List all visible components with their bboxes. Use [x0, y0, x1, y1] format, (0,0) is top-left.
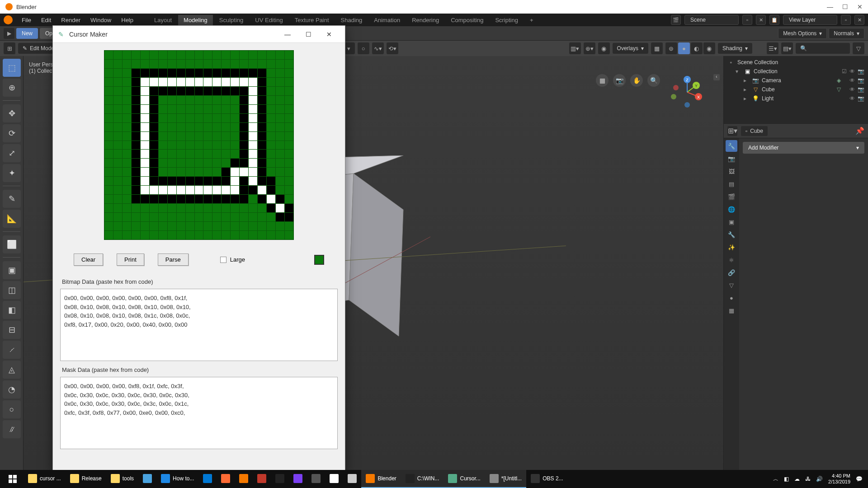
taskbar-item[interactable]: [235, 470, 253, 488]
tool-scale[interactable]: ⤢: [3, 144, 21, 162]
ptab-modifier[interactable]: 🔧: [726, 140, 737, 152]
workspace-layout[interactable]: Layout: [149, 15, 177, 25]
tray-app-icon[interactable]: ◧: [784, 476, 789, 482]
expand-icon[interactable]: ▸: [744, 77, 749, 84]
shading-solid[interactable]: ●: [678, 42, 690, 54]
sidebar-toggle-icon[interactable]: ‹: [713, 74, 720, 80]
ptab-texture[interactable]: ▦: [726, 305, 737, 316]
large-checkbox[interactable]: Large: [220, 256, 245, 263]
shading-wireframe[interactable]: ⊚: [665, 42, 677, 54]
workspace-texturepaint[interactable]: Texture Paint: [289, 15, 335, 25]
dialog-minimize-button[interactable]: —: [277, 27, 298, 42]
expand-icon[interactable]: ▾: [736, 68, 741, 75]
menu-help[interactable]: Help: [117, 15, 138, 25]
view-camera-icon[interactable]: ▦: [596, 74, 609, 87]
proportional-icon[interactable]: ○: [358, 42, 369, 54]
play-icon[interactable]: ▶: [4, 28, 14, 39]
menu-file[interactable]: File: [17, 15, 36, 25]
workspace-scripting[interactable]: Scripting: [490, 15, 524, 25]
view-zoom-icon[interactable]: 🔍: [647, 74, 660, 87]
ptab-output[interactable]: 🖼: [726, 165, 737, 177]
gizmo-dropdown-icon[interactable]: ⊕▾: [584, 42, 595, 54]
taskbar-item[interactable]: [198, 470, 217, 488]
outliner-item-light[interactable]: ▸ 💡 Light 👁📷: [727, 94, 864, 103]
overlays-dropdown[interactable]: Overlays ▾: [613, 43, 648, 54]
mesh-options-dropdown[interactable]: Mesh Options ▾: [778, 28, 827, 39]
view-pan-icon[interactable]: ✋: [630, 74, 643, 87]
tool-move[interactable]: ✥: [3, 104, 21, 122]
taskbar-item[interactable]: *[Untitl...: [485, 470, 526, 488]
print-button[interactable]: Print: [117, 253, 144, 266]
outliner-collection[interactable]: ▾ ▣ Collection ☑👁📷: [727, 67, 864, 76]
ptab-render[interactable]: 📷: [726, 153, 737, 164]
expand-icon[interactable]: ▸: [744, 86, 749, 93]
outliner-search[interactable]: 🔍: [796, 43, 850, 54]
view-camera2-icon[interactable]: 📷: [613, 74, 626, 87]
tray-network-icon[interactable]: 🖧: [805, 476, 811, 482]
menu-window[interactable]: Window: [86, 15, 116, 25]
clear-button[interactable]: Clear: [74, 253, 103, 266]
maximize-button[interactable]: ☐: [842, 3, 848, 10]
pin-icon[interactable]: 📌: [855, 127, 864, 135]
parse-button[interactable]: Parse: [158, 253, 189, 266]
data-icon[interactable]: ◈: [837, 77, 841, 84]
exclude-icon[interactable]: ☑: [842, 68, 847, 75]
taskbar-item[interactable]: [271, 470, 289, 488]
tool-transform[interactable]: ✦: [3, 164, 21, 182]
taskbar-item[interactable]: [138, 470, 156, 488]
render-icon[interactable]: 📷: [858, 95, 864, 102]
render-icon[interactable]: 📷: [858, 77, 864, 84]
navigation-gizmo[interactable]: X Y Z: [669, 74, 705, 110]
view-dropdown-icon[interactable]: ▥▾: [569, 42, 581, 54]
workspace-add[interactable]: +: [524, 15, 539, 25]
workspace-sculpting[interactable]: Sculpting: [214, 15, 249, 25]
dialog-maximize-button[interactable]: ☐: [298, 27, 319, 42]
taskbar-item[interactable]: Cursor...: [443, 470, 485, 488]
render-icon[interactable]: 📷: [858, 68, 864, 75]
visibility-icon[interactable]: 👁: [849, 95, 855, 102]
tool-cursor[interactable]: ⊕: [3, 79, 21, 97]
ptab-physics[interactable]: ⚛: [726, 254, 737, 266]
tool-edgeslide[interactable]: ⫽: [3, 420, 21, 438]
viewlayer-new-button[interactable]: ▫: [841, 15, 851, 25]
normals-dropdown[interactable]: Normals ▾: [829, 28, 864, 39]
new-button[interactable]: New: [16, 28, 38, 39]
scene-name-input[interactable]: Scene: [684, 15, 739, 25]
outliner-item-cube[interactable]: ▸ ▽ Cube ▽ 👁📷: [727, 85, 864, 94]
viewlayer-icon[interactable]: 📋: [769, 15, 779, 25]
render-icon[interactable]: 📷: [858, 86, 864, 93]
taskbar-item[interactable]: OBS 2...: [526, 470, 567, 488]
editor-type-icon[interactable]: ⊞: [4, 42, 15, 54]
start-button[interactable]: [2, 470, 24, 488]
tool-measure[interactable]: 📐: [3, 210, 21, 228]
taskbar-item[interactable]: [343, 470, 361, 488]
checkbox-icon[interactable]: [220, 257, 226, 263]
tool-inset[interactable]: ◫: [3, 281, 21, 299]
ptab-wrench[interactable]: 🔧: [726, 229, 737, 240]
tool-rotate[interactable]: ⟳: [3, 124, 21, 142]
outliner-item-camera[interactable]: ▸ 📷 Camera ◈ 👁📷: [727, 76, 864, 85]
link-icon[interactable]: ⟲▾: [387, 42, 398, 54]
tool-smooth[interactable]: ○: [3, 400, 21, 418]
props-editor-icon[interactable]: ⊞▾: [727, 126, 737, 136]
outliner-filter-icon[interactable]: ▽: [853, 42, 864, 54]
tool-annotate[interactable]: ✎: [3, 190, 21, 208]
ptab-material[interactable]: ●: [726, 292, 737, 304]
bitmap-data-textarea[interactable]: [60, 289, 338, 361]
taskbar-item[interactable]: How to...: [156, 470, 198, 488]
visibility-icon[interactable]: 👁: [849, 77, 855, 84]
taskbar-clock[interactable]: 4:40 PM 2/13/2019: [828, 473, 850, 485]
tool-extrude[interactable]: ▣: [3, 261, 21, 279]
overlays-toggle[interactable]: ◉: [598, 42, 610, 54]
pixel-grid-canvas[interactable]: [104, 50, 294, 240]
add-modifier-button[interactable]: Add Modifier▾: [743, 142, 864, 154]
taskbar-item[interactable]: [307, 470, 325, 488]
outliner-display-icon[interactable]: ▤▾: [781, 42, 793, 54]
taskbar-item[interactable]: tools: [106, 470, 138, 488]
ptab-scene[interactable]: 🎬: [726, 191, 737, 202]
viewlayer-delete-button[interactable]: ✕: [854, 15, 864, 25]
ptab-constraints[interactable]: 🔗: [726, 267, 737, 278]
tool-bevel[interactable]: ◧: [3, 301, 21, 319]
tool-add-cube[interactable]: ⬜: [3, 235, 21, 253]
workspace-modeling[interactable]: Modeling: [178, 15, 213, 25]
